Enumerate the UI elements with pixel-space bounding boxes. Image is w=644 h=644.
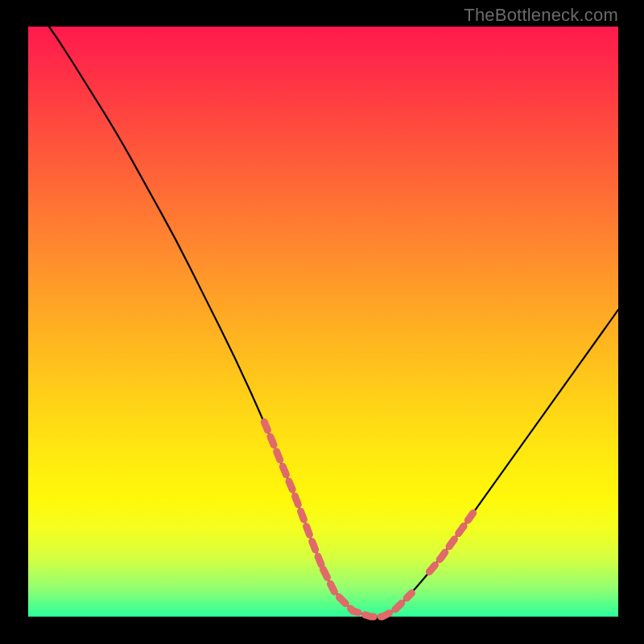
highlight-segment-0	[264, 422, 323, 569]
chart-canvas: TheBottleneck.com	[0, 0, 644, 644]
highlight-segment-2	[429, 508, 477, 572]
bottleneck-curve	[0, 0, 644, 644]
highlight-overlay	[264, 422, 477, 617]
curve-path	[28, 0, 618, 617]
highlight-segment-1	[324, 569, 412, 617]
